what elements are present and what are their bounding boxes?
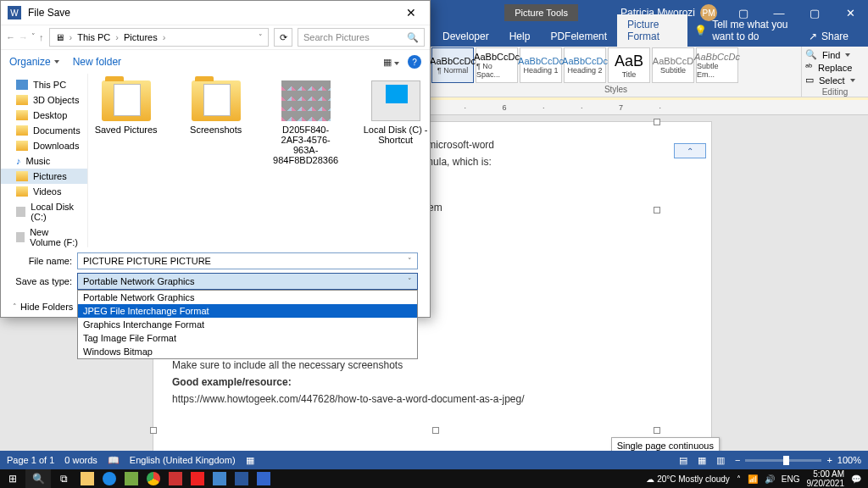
zoom-in[interactable]: +	[826, 455, 832, 465]
doc-text[interactable]: https://www.howtogeek.com/447628/how-to-…	[172, 393, 693, 405]
taskbar-app-generic2[interactable]	[164, 469, 186, 488]
file-list[interactable]: Saved Pictures Screenshots D205F840-2AF3…	[88, 74, 430, 247]
address-bar[interactable]: 🖥 › This PC › Pictures › ˅	[49, 28, 270, 47]
tree-new-volume-f[interactable]: New Volume (F:)	[1, 225, 87, 247]
style-title[interactable]: AaBTitle	[608, 47, 650, 83]
selection-handle[interactable]	[654, 119, 660, 125]
taskbar-app-pdfelement[interactable]	[253, 469, 275, 488]
word-count[interactable]: 0 words	[64, 455, 97, 465]
start-button[interactable]: ⊞	[0, 469, 25, 488]
tell-me-search[interactable]: 💡Tell me what you want to do	[694, 14, 802, 47]
language-status[interactable]: English (United Kingdom)	[130, 455, 236, 465]
view-print-layout[interactable]: ▦	[698, 455, 706, 466]
select-button[interactable]: ▭Select	[805, 74, 865, 86]
tree-pictures[interactable]: Pictures	[1, 169, 87, 184]
share-button[interactable]: ↗Share	[802, 26, 855, 47]
styles-group-caption[interactable]: Styles	[431, 84, 801, 95]
tray-notifications-icon[interactable]: 💬	[851, 474, 861, 484]
nav-up[interactable]: ↑	[39, 32, 44, 42]
navigation-tree[interactable]: This PC 3D Objects Desktop Documents Dow…	[1, 74, 88, 247]
weather-widget[interactable]: ☁ 20°C Mostly cloudy	[646, 474, 729, 484]
tree-desktop[interactable]: Desktop	[1, 108, 87, 123]
zoom-out[interactable]: −	[735, 455, 740, 465]
saveastype-dropdown[interactable]: Portable Network GraphicsJPEG File Inter…	[77, 290, 418, 359]
tab-pdfelement[interactable]: PDFelement	[540, 26, 617, 47]
maximize-button[interactable]: ▢	[797, 0, 832, 25]
hide-folders-button[interactable]: ˄Hide Folders	[13, 302, 73, 312]
close-button[interactable]: ✕	[832, 0, 868, 25]
nav-forward[interactable]: →	[19, 32, 28, 42]
taskbar-app-generic1[interactable]	[120, 469, 142, 488]
zoom-slider[interactable]	[745, 459, 821, 462]
selection-handle[interactable]	[654, 207, 660, 214]
style-subtleem[interactable]: AaBbCcDcSubtle Em...	[696, 47, 738, 83]
taskbar-app-explorer[interactable]	[76, 469, 98, 488]
zoom-level[interactable]: 100%	[837, 455, 861, 465]
tray-chevron[interactable]: ˄	[737, 474, 741, 484]
selection-handle[interactable]	[654, 427, 660, 434]
style-heading2[interactable]: AaBbCcDcHeading 2	[564, 47, 606, 83]
selection-handle[interactable]	[150, 427, 157, 434]
taskbar-app-generic3[interactable]	[186, 469, 209, 488]
style-nospac[interactable]: AaBbCcDc¶ No Spac...	[476, 47, 518, 83]
tray-network-icon[interactable]: 📶	[748, 474, 758, 484]
folder-screenshots[interactable]: Screenshots	[183, 80, 249, 135]
find-button[interactable]: 🔍Find	[805, 48, 865, 61]
replace-button[interactable]: ᵃᵇReplace	[805, 61, 865, 74]
folder-guid[interactable]: D205F840-2AF3-4576-963A-984F8BD28366	[273, 80, 339, 165]
tray-volume-icon[interactable]: 🔊	[765, 474, 775, 484]
task-view[interactable]: ⧉	[51, 469, 76, 488]
taskbar-app-edge[interactable]	[98, 469, 120, 488]
search-box[interactable]: Search Pictures 🔍	[298, 28, 425, 47]
shortcut-local-disk[interactable]: Local Disk (C) - Shortcut	[363, 80, 429, 145]
style-subtitle[interactable]: AaBbCcDSubtitle	[652, 47, 694, 83]
breadcrumb-pictures[interactable]: Pictures	[124, 32, 158, 42]
refresh-button[interactable]: ⟳	[274, 28, 292, 47]
taskbar-app-chrome[interactable]	[142, 469, 164, 488]
filename-input[interactable]: PICTURE PICTURE PICTURE˅	[77, 252, 418, 269]
nav-back[interactable]: ←	[6, 32, 15, 42]
tree-local-disk-c[interactable]: Local Disk (C:)	[1, 199, 87, 225]
taskbar-app-word[interactable]	[231, 469, 253, 488]
style-heading1[interactable]: AaBbCcDcHeading 1	[520, 47, 562, 83]
page-count[interactable]: Page 1 of 1	[7, 455, 54, 465]
tree-documents[interactable]: Documents	[1, 123, 87, 138]
tree-videos[interactable]: Videos	[1, 184, 87, 199]
view-web-layout[interactable]: ▥	[716, 455, 725, 466]
file-save-dialog: W File Save ✕ ← → ˅ ↑ 🖥 › This PC › Pict…	[0, 0, 431, 318]
tray-language[interactable]: ENG	[782, 474, 800, 484]
filetype-option[interactable]: Tag Image File Format	[78, 331, 417, 345]
saveastype-combobox[interactable]: Portable Network Graphics˅	[77, 273, 418, 290]
taskbar-search[interactable]: 🔍	[25, 469, 51, 488]
filetype-option[interactable]: JPEG File Interchange Format	[78, 304, 417, 318]
organize-menu[interactable]: Organize	[9, 56, 59, 68]
spellcheck-icon[interactable]: 📖	[108, 455, 120, 466]
new-folder-button[interactable]: New folder	[73, 56, 121, 68]
filetype-option[interactable]: Portable Network Graphics	[78, 291, 417, 304]
filetype-option[interactable]: Graphics Interchange Format	[78, 318, 417, 331]
taskbar-app-generic4[interactable]	[209, 469, 231, 488]
style-normal[interactable]: AaBbCcDc¶ Normal	[431, 47, 474, 83]
tab-picture-format[interactable]: Picture Format	[617, 14, 687, 47]
view-read-mode[interactable]: ▤	[679, 455, 687, 466]
view-menu[interactable]: ▦	[383, 57, 399, 68]
tray-clock[interactable]: 5:00 AM9/20/2021	[807, 469, 845, 488]
tree-thispc[interactable]: This PC	[1, 77, 87, 92]
filetype-option[interactable]: Windows Bitmap	[78, 345, 417, 358]
address-dropdown[interactable]: ˅	[259, 33, 263, 42]
tab-help[interactable]: Help	[499, 26, 541, 47]
tree-3d-objects[interactable]: 3D Objects	[1, 92, 87, 108]
breadcrumb-thispc[interactable]: This PC	[77, 32, 110, 42]
layout-options-icon[interactable]: ⌃	[674, 143, 706, 158]
doc-heading[interactable]: Good example/resource:	[172, 376, 693, 388]
doc-text[interactable]: Make sure to include all the necessary s…	[172, 359, 693, 371]
selection-handle[interactable]	[432, 427, 439, 434]
folder-saved-pictures[interactable]: Saved Pictures	[93, 80, 159, 135]
macro-icon[interactable]: ▦	[246, 455, 254, 466]
tree-music[interactable]: ♪Music	[1, 153, 87, 169]
tab-developer[interactable]: Developer	[432, 26, 499, 47]
help-button[interactable]: ?	[408, 55, 421, 69]
nav-recent[interactable]: ˅	[31, 32, 36, 42]
dialog-close-button[interactable]: ✕	[399, 4, 423, 21]
tree-downloads[interactable]: Downloads	[1, 138, 87, 153]
